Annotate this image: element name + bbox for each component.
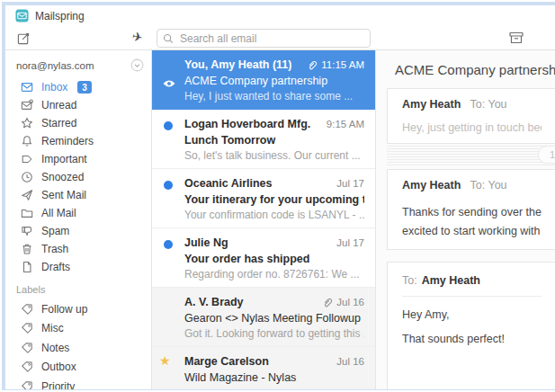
thread-subject: Your itinerary for your upcoming trip [184, 193, 364, 206]
sidebar-item-reminders[interactable]: Reminders [5, 132, 151, 150]
thread-subject: Lunch Tomorrow [184, 134, 364, 147]
message-snippet: Hey, just getting in touch because I w [402, 121, 542, 134]
thread-sender: Marge Carelson [184, 355, 269, 368]
message-to: To: You [470, 179, 507, 192]
clock-icon [21, 171, 33, 183]
conversation-subject: ACME Company partnership [376, 50, 555, 88]
thread-list-item-julie[interactable]: Julie Ng Jul 17 Your order has shipped R… [152, 228, 375, 288]
tag-icon [21, 380, 33, 389]
collapsed-message-stack: 10 older messages [387, 144, 555, 166]
thread-list: You, Amy Heath (11) 11:15 AM ACME Compan… [151, 50, 376, 389]
thread-time: Jul 17 [336, 237, 364, 248]
sidebar-item-inbox[interactable]: Inbox 3 [5, 78, 151, 96]
message-expanded: Amy Heath To: You Thanks for sending ove… [387, 169, 555, 250]
message-header[interactable]: Amy Heath To: You [402, 98, 542, 111]
attachment-paperclip-icon [308, 60, 318, 70]
account-switcher[interactable]: nora@nylas.com [5, 57, 151, 78]
sidebar-item-drafts[interactable]: Drafts [5, 258, 151, 276]
starred-star-icon: ★ [159, 353, 171, 368]
star-icon [21, 117, 33, 129]
thread-subject: Wild Magazine - Nylas [184, 371, 364, 384]
thread-list-item-acme[interactable]: You, Amy Heath (11) 11:15 AM ACME Compan… [152, 50, 375, 110]
thread-list-item-brady[interactable]: A. V. Brady Jul 16 Gearon <> Nylas Meeti… [152, 288, 375, 347]
search-input[interactable] [178, 31, 364, 46]
sidebar-label-misc[interactable]: Misc [5, 319, 151, 339]
important-flag-icon [21, 153, 33, 165]
thread-snippet: Your confirmation code is LSANYL - ... [184, 209, 364, 221]
thread-sender: Logan Hoverboard Mfg. [184, 118, 310, 130]
thread-time: Jul 16 [336, 356, 364, 367]
thread-list-item-logan[interactable]: Logan Hoverboard Mfg. 9:15 AM Lunch Tomo… [152, 110, 375, 169]
thread-sender: Oceanic Airlines [184, 177, 273, 190]
chevron-down-circle-icon [130, 58, 144, 72]
sidebar-item-snoozed[interactable]: Snoozed [5, 168, 151, 186]
thread-sender: Julie Ng [184, 236, 228, 249]
thread-snippet: Got it. Looking forward to getting this … [184, 327, 364, 340]
sidebar-item-spam[interactable]: Spam [5, 222, 151, 240]
tag-icon [21, 361, 33, 373]
message-from: Amy Heath [402, 179, 461, 192]
account-email: nora@nylas.com [16, 60, 130, 71]
search-icon [163, 33, 174, 44]
unread-dot [164, 181, 173, 190]
search-bar [157, 29, 371, 48]
composer-body[interactable]: Hey Amy, That sounds perfect! [402, 308, 542, 345]
thumbs-down-icon [21, 225, 33, 237]
eye-read-icon [163, 76, 175, 92]
compose-icon [17, 31, 31, 45]
thread-subject: ACME Company partnership [184, 75, 364, 87]
thread-list-item-marge[interactable]: ★ Marge Carelson Jul 16 Wild Magazine - … [152, 347, 375, 389]
thread-sender: A. V. Brady [184, 296, 244, 308]
sent-plane-icon [21, 189, 33, 201]
sidebar-item-trash[interactable]: Trash [5, 240, 151, 258]
composer-to-field[interactable]: To:Amy Heath [402, 274, 542, 297]
thread-snippet: Regarding order no. 8726761: We ... [184, 268, 364, 281]
inbox-unread-badge: 3 [77, 81, 92, 94]
message-panel: ACME Company partnership Amy Heath To: Y… [376, 50, 555, 389]
sidebar-item-important[interactable]: Important [5, 150, 151, 168]
archive-button[interactable] [509, 31, 524, 44]
thread-time: Jul 17 [336, 178, 364, 189]
to-recipient: Amy Heath [422, 274, 480, 287]
thread-snippet: So, let's talk business. Our current ... [184, 149, 364, 162]
message-collapsed[interactable]: Amy Heath To: You Hey, just getting in t… [387, 88, 555, 144]
older-messages-pill[interactable]: 10 older messages [538, 146, 555, 164]
sidebar-item-sent-mail[interactable]: Sent Mail [5, 186, 151, 204]
unread-dot [164, 240, 173, 249]
thread-subject: Your order has shipped [184, 253, 364, 265]
activity-plane-button[interactable]: ✈ [130, 29, 144, 45]
bell-icon [21, 135, 33, 147]
message-from: Amy Heath [402, 98, 461, 111]
unread-envelope-icon [21, 99, 33, 111]
main-content: nora@nylas.com Inbox 3 [5, 50, 555, 389]
tag-icon [21, 303, 33, 316]
thread-time: 11:15 AM [321, 59, 364, 70]
reply-composer[interactable]: To:Amy Heath Hey Amy, That sounds perfec… [387, 262, 555, 389]
sidebar-item-unread[interactable]: Unread [5, 96, 151, 114]
message-to: To: You [470, 98, 507, 111]
thread-subject: Gearon <> Nylas Meeting Followup [184, 312, 364, 325]
sidebar: nora@nylas.com Inbox 3 [5, 50, 151, 389]
sidebar-label-follow-up[interactable]: Follow up [5, 299, 151, 319]
inbox-icon [21, 81, 33, 94]
sidebar-item-all-mail[interactable]: All Mail [5, 204, 151, 222]
message-body: Thanks for sending over the docum excite… [402, 203, 542, 240]
attachment-paperclip-icon [323, 298, 333, 307]
compose-button[interactable] [17, 31, 31, 45]
thread-list-item-oceanic[interactable]: Oceanic Airlines Jul 17 Your itinerary f… [152, 169, 375, 228]
message-header[interactable]: Amy Heath To: You [402, 179, 542, 192]
sidebar-label-outbox[interactable]: Outbox [5, 358, 151, 378]
trash-icon [21, 243, 33, 255]
tag-icon [21, 342, 33, 354]
sidebar-label-notes[interactable]: Notes [5, 338, 151, 358]
mailspring-window: Mailspring ✈ [5, 5, 555, 389]
thread-time: 9:15 AM [327, 119, 364, 129]
sidebar-label-priority[interactable]: Priority [5, 377, 151, 389]
tag-icon [21, 322, 33, 334]
titlebar: Mailspring [5, 5, 555, 26]
to-label: To: [402, 274, 417, 287]
sidebar-item-starred[interactable]: Starred [5, 114, 151, 132]
labels-section-header: Labels [5, 276, 151, 299]
paper-plane-icon: ✈ [130, 29, 144, 45]
draft-document-icon [21, 261, 33, 273]
